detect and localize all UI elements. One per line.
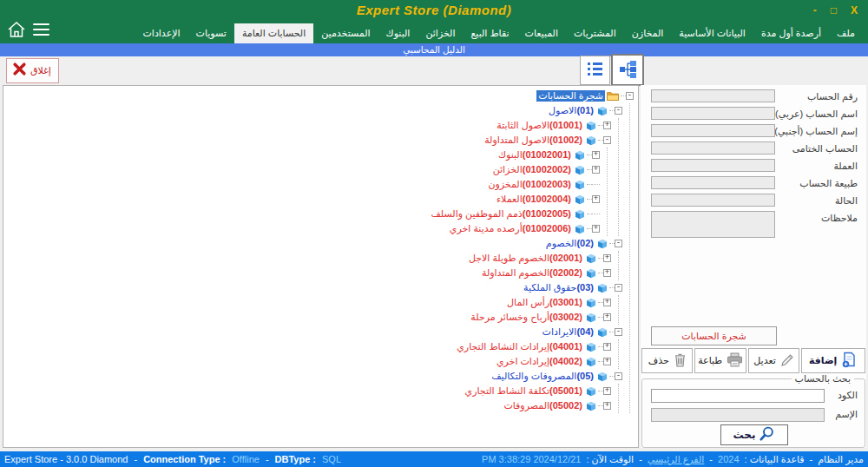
menu-item-2[interactable]: البيانات الأساسية	[671, 23, 753, 43]
tree-view-button[interactable]	[611, 54, 644, 86]
expand-icon[interactable]: +	[603, 387, 611, 395]
tree-row[interactable]: +(02002)الخصوم المتداولة	[8, 266, 611, 280]
tree-row[interactable]: +(03001)رأس المال	[8, 295, 611, 310]
menu-item-7[interactable]: الخزائن	[418, 23, 463, 43]
tree-row[interactable]: -(04)الايرادات	[8, 325, 622, 339]
menu-item-11[interactable]: تسويات	[188, 23, 234, 43]
tree-row[interactable]: -(03)حقوق الملكية	[8, 280, 622, 295]
expand-icon[interactable]: +	[592, 151, 600, 159]
delete-button[interactable]: حذف	[641, 348, 693, 373]
field-input-0[interactable]	[651, 89, 775, 102]
expand-icon[interactable]: +	[603, 313, 611, 321]
account-form-fields: رقم الحساباسم الحساب (عربي)إسم الحساب (أ…	[641, 89, 866, 240]
expand-icon[interactable]: +	[603, 269, 611, 277]
collapse-icon[interactable]: -	[615, 372, 622, 380]
home-icon[interactable]	[7, 20, 26, 39]
maximize-icon[interactable]: □	[831, 4, 837, 16]
tree-connector	[587, 214, 592, 214]
collapse-icon[interactable]: -	[603, 136, 611, 144]
collapse-icon[interactable]: -	[615, 240, 622, 247]
cube-icon	[586, 386, 596, 397]
tree-row[interactable]: +(02001)الخصوم طويلة الاجل	[8, 251, 611, 266]
menu-item-10[interactable]: الحسابات العامة	[234, 23, 313, 43]
expand-icon[interactable]: +	[592, 195, 600, 203]
edit-button[interactable]: تعديل	[748, 348, 799, 373]
expand-icon[interactable]: +	[603, 402, 611, 410]
printer-icon	[727, 352, 743, 369]
add-document-icon	[841, 352, 858, 370]
tree-row[interactable]: +(01002001)البنوك	[8, 148, 600, 162]
collapse-icon[interactable]: -	[615, 284, 622, 292]
field-input-4[interactable]	[651, 159, 775, 172]
minimize-icon[interactable]: -	[813, 4, 817, 16]
field-label: العملة	[833, 158, 858, 174]
field-label: الحساب الختامى	[792, 141, 858, 156]
menu-item-9[interactable]: المستخدمين	[313, 23, 378, 43]
field-label: الحالة	[835, 193, 858, 208]
accounts-tree-button[interactable]: شجرة الحسابات	[651, 326, 777, 345]
menu-item-4[interactable]: المشتريات	[566, 23, 624, 43]
menu-item-6[interactable]: نقاط البيع	[463, 23, 516, 43]
collapse-icon[interactable]: -	[615, 328, 622, 336]
tree-row[interactable]: -(01)الاصول	[8, 103, 622, 118]
expand-icon[interactable]: +	[592, 225, 600, 233]
tree-row[interactable]: +(01002002)الخزائن	[8, 162, 600, 177]
form-row-7: ملاحظات	[641, 210, 866, 240]
field-input-1[interactable]	[651, 107, 775, 120]
menu-icon[interactable]	[33, 23, 49, 36]
close-icon[interactable]: X	[851, 4, 858, 16]
menu-item-8[interactable]: البنوك	[378, 23, 418, 43]
tree-row[interactable]: -(05)المصروفات والتكاليف	[8, 369, 622, 384]
expand-icon[interactable]: +	[603, 299, 611, 306]
field-input-2[interactable]	[651, 124, 775, 137]
branch-link[interactable]: الفرع الرئيسي	[648, 454, 705, 465]
status-segment: Offline	[232, 454, 260, 464]
tree-node-label: (01002005)ذمم الموظفين والسلف	[429, 208, 573, 220]
tree-row[interactable]: +(01002006)أرصده مدينة اخري	[8, 221, 600, 236]
close-page-button[interactable]: إغلاق	[6, 58, 59, 83]
field-input-3[interactable]	[651, 141, 775, 155]
tree-row[interactable]: +(04001)إيرادات النشاط التجاري	[8, 339, 611, 354]
tree-row[interactable]: +(04002)إيرادات اخري	[8, 354, 611, 369]
tree-row[interactable]: (01002003)المخزون	[8, 177, 600, 192]
tree-node-label: (02001)الخصوم طويلة الاجل	[467, 253, 584, 264]
menu-item-12[interactable]: الإعدادات	[135, 23, 188, 43]
expand-icon[interactable]: +	[603, 254, 611, 262]
pencil-icon	[780, 353, 794, 369]
collapse-icon[interactable]: -	[615, 107, 622, 115]
tree-node-label: (01002002)الخزائن	[491, 164, 573, 175]
field-input-7[interactable]	[651, 211, 775, 238]
menu-item-0[interactable]: ملف	[829, 23, 863, 43]
code-input[interactable]	[651, 389, 825, 403]
tree-root-row[interactable]: -شجرة الحسابات	[8, 89, 634, 103]
tree-row[interactable]: -(02)الخصوم	[8, 236, 622, 251]
search-groupbox-title: بحث بالحساب	[792, 373, 854, 385]
tree-row[interactable]: +(03002)أرباح وخسائر مرحلة	[8, 310, 611, 325]
tree-row[interactable]: +(05002)المصروفات	[8, 398, 611, 413]
field-input-5[interactable]	[651, 176, 775, 189]
expand-icon[interactable]: +	[603, 358, 611, 365]
menu-item-1[interactable]: أرصدة أول مدة	[753, 23, 829, 43]
name-input[interactable]	[651, 408, 825, 422]
expand-icon[interactable]: +	[592, 166, 600, 174]
tree-row[interactable]: +(01001)الاصول الثابتة	[8, 118, 611, 133]
add-button[interactable]: إضافة	[801, 348, 865, 373]
tree-connector	[598, 346, 603, 347]
status-segment: 2024	[718, 454, 739, 464]
tree-row[interactable]: (01002005)ذمم الموظفين والسلف	[8, 207, 600, 221]
print-button[interactable]: طباعة	[694, 348, 746, 373]
collapse-icon[interactable]: -	[626, 92, 634, 100]
field-label: رقم الحساب	[807, 89, 858, 104]
menu-item-5[interactable]: المبيعات	[517, 23, 566, 43]
expand-icon[interactable]: +	[603, 343, 611, 351]
tree-node-label: (01002001)البنوك	[496, 149, 573, 161]
tree-view-icon	[618, 60, 638, 81]
tree-row[interactable]: +(01002004)العملاء	[8, 192, 600, 207]
tree-row[interactable]: +(05001)تكلفة النشاط التجاري	[8, 384, 611, 398]
expand-icon[interactable]: +	[603, 122, 611, 129]
menu-item-3[interactable]: المخازن	[624, 23, 672, 43]
field-input-6[interactable]	[651, 194, 775, 207]
search-button[interactable]: بحث	[720, 424, 788, 445]
list-view-button[interactable]	[580, 56, 610, 85]
tree-row[interactable]: -(01002)الاصول المتداولة	[8, 133, 611, 148]
